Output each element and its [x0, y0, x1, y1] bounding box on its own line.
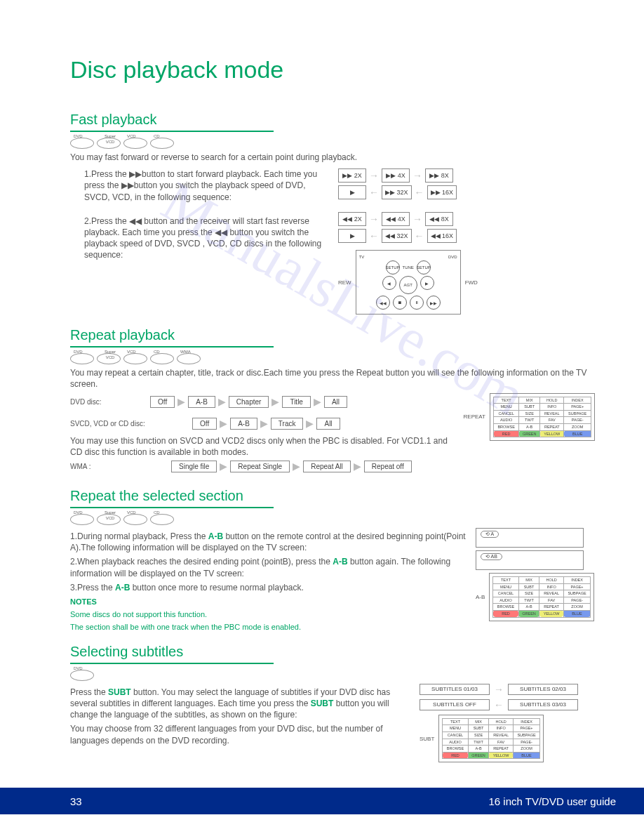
repeat-intro: You may repeat a certain chapter, title,… — [70, 367, 595, 390]
pause-icon: ⏸ — [410, 296, 424, 310]
reverse-speed-row2: ▶← ◀◀ 32X← ◀◀ 16X — [338, 229, 595, 243]
fwd-icon: ▶▶ — [427, 296, 441, 310]
setup-button: SETUP — [417, 260, 431, 274]
fast-intro: You may fast forward or reverse to searc… — [70, 152, 595, 163]
section-repeat-title: Repeat playback — [70, 327, 595, 343]
ab-step2: 2.When playback reaches the desired endi… — [70, 556, 467, 578]
fast-disc-row: DVD Super VCD VCD CD — [70, 138, 595, 149]
setup-button: SETUP — [386, 260, 400, 274]
sub-disc-row: DVD — [70, 670, 595, 681]
guide-title: 16 inch TV/DVD user guide — [489, 795, 617, 807]
section-ab-title: Repeat the selected section — [70, 488, 595, 504]
repeat-disc-row: DVD Super VCD VCD CD WMA — [70, 353, 595, 364]
reverse-speed-row1: ◀◀ 2X→ ◀◀ 4X→ ◀◀ 8X — [338, 212, 595, 226]
stop-icon: ⏹ — [393, 296, 407, 310]
section-fast-title: Fast playback — [70, 112, 595, 128]
forward-speed-row2: ▶← ▶▶ 32X← ▶▶ 16X — [338, 185, 595, 199]
page-content: Disc playback mode Fast playback DVD Sup… — [0, 0, 644, 814]
dvd-repeat-flow: DVD disc: Off▶ A-B▶ Chapter▶ Title▶ All — [70, 396, 455, 408]
divider — [70, 346, 274, 348]
remote-tune-panel: REW TV DVD SETUP TUNE SETUP ◀ AGT ▶ — [338, 250, 595, 315]
ab-note2: The section shall be with one track when… — [70, 623, 467, 631]
ab-screen-a: ⟲ A — [476, 528, 584, 548]
fast-step1: 1.Press the ▶▶button to start forward pl… — [84, 168, 330, 203]
page-title: Disc playback mode — [70, 56, 595, 84]
remote-button-grid: TEXTMIXHOLDINDEX MENUSUBTINFOPAGE+ CANCE… — [489, 573, 594, 621]
subtitle-sequence: SUBTITLES 01/03→SUBTITLES 02/03 SUBTITLE… — [420, 684, 581, 710]
ab-step3: 3.Press the A-B button once more to resu… — [70, 582, 467, 593]
wma-repeat-flow: WMA : Single file▶ Repeat Single▶ Repeat… — [70, 461, 455, 472]
rew-icon: ◀◀ — [376, 296, 390, 310]
forward-speed-row1: ▶▶ 2X→ ▶▶ 4X→ ▶▶ 8X — [338, 168, 595, 183]
section-subtitles-title: Selecting subtitles — [70, 644, 595, 660]
remote-button-grid: TEXTMIXHOLDINDEX MENUSUBTINFOPAGE+ CANCE… — [438, 715, 544, 763]
divider — [70, 131, 274, 132]
sub-p1: Press the SUBT button. You may select th… — [70, 687, 411, 721]
ab-screen-ab: ⟲ AB — [476, 550, 584, 570]
ab-step1: 1.During normal playback, Press the A-B … — [70, 531, 467, 553]
divider — [70, 507, 274, 508]
repeat-note: You may use this function on SVCD and VC… — [70, 435, 455, 458]
divider — [70, 663, 274, 664]
page-footer: 33 16 inch TV/DVD user guide — [0, 788, 644, 814]
ab-note1: Some discs do not support this function. — [70, 610, 467, 618]
svcd-repeat-flow: SVCD, VCD or CD disc: Off▶ A-B▶ Track▶ A… — [70, 418, 455, 430]
fast-step2: 2.Press the ◀◀ button and the receiver w… — [84, 216, 330, 261]
ab-disc-row: DVD Super VCD VCD CD — [70, 514, 595, 525]
remote-button-grid: TEXTMIXHOLDINDEX MENUSUBTINFOPAGE+ CANCE… — [490, 393, 595, 442]
sub-p2: You may choose from 32 different languag… — [70, 723, 411, 746]
ab-notes-title: NOTES — [70, 597, 467, 606]
page-number: 33 — [70, 795, 82, 807]
